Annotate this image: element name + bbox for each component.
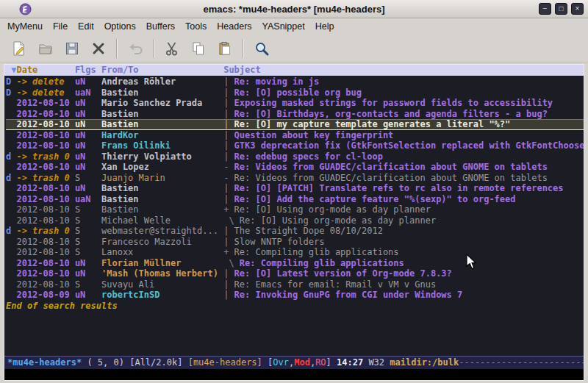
- thread-prefix: |: [223, 279, 229, 290]
- new-file-button[interactable]: [7, 37, 31, 60]
- message-flags: S: [75, 279, 96, 290]
- message-subject: Re: Emacs for email: Rmail v VM v Gnus: [234, 279, 437, 290]
- message-row[interactable]: d-> trash 0uNThierry Volpiatto|Re: edebu…: [6, 151, 584, 162]
- menu-help[interactable]: Help: [310, 20, 340, 33]
- message-row[interactable]: 2012-08-10uNBastien|Re: [O] my capture t…: [6, 119, 584, 130]
- message-from: 'Mash (Thomas Herbert): [101, 268, 218, 279]
- message-row[interactable]: 2012-08-10uNHardKor|Question about key f…: [6, 130, 584, 141]
- message-row[interactable]: d-> trash 0Swebmaster@straightd...|The S…: [6, 226, 584, 237]
- menu-yasnippet[interactable]: YASnippet: [257, 20, 310, 33]
- message-flags: S: [75, 215, 96, 226]
- paste-button[interactable]: [213, 37, 237, 60]
- magnifier-search-icon: [254, 40, 270, 57]
- message-date: 2012-08-10: [16, 215, 69, 226]
- message-from: Bastien: [101, 87, 218, 99]
- message-from: Bastien: [101, 183, 218, 194]
- copy-button[interactable]: [187, 37, 210, 60]
- message-row[interactable]: 2012-08-10SBastien+Re: [O] Using org-mod…: [6, 204, 584, 215]
- minibuffer[interactable]: [4, 369, 584, 380]
- message-flags: uN: [75, 268, 96, 279]
- open-file-button[interactable]: [34, 37, 57, 60]
- mark-char: d: [6, 173, 16, 184]
- message-from: Thierry Volpiatto: [101, 151, 218, 162]
- close-button[interactable]: ×: [571, 3, 584, 15]
- message-from: webmaster@straightd...: [101, 226, 218, 237]
- menu-edit[interactable]: Edit: [73, 20, 99, 33]
- title-bar[interactable]: emacs: *mu4e-headers* [mu4e-headers] − □…: [0, 0, 588, 18]
- column-header-date[interactable]: Date: [16, 65, 69, 76]
- mark-char: [6, 109, 16, 120]
- window-title: emacs: *mu4e-headers* [mu4e-headers]: [0, 4, 588, 15]
- message-row[interactable]: 2012-08-10uNBastien|Re: [O] Birthdays, o…: [6, 109, 584, 120]
- header-line: ▼ Date Flgs From/To Subject: [4, 65, 584, 76]
- message-date: 2012-08-10: [16, 279, 69, 290]
- thread-prefix: |: [223, 140, 229, 151]
- message-row[interactable]: D-> deleteuaNBastien|Re: [O] possible or…: [6, 87, 584, 99]
- message-row[interactable]: 2012-08-10uaNBastien|Re: [O] Add the cap…: [6, 194, 584, 205]
- mark-char: [6, 268, 16, 279]
- modeline-segment: ]: [326, 357, 337, 368]
- message-subject: Re: Videos from GUADEC/clarification abo…: [234, 173, 548, 184]
- modeline-segment: *mu4e-headers*: [7, 357, 82, 368]
- save-button[interactable]: [60, 37, 84, 60]
- message-from: Juanjo Marin: [101, 173, 218, 184]
- message-row[interactable]: 2012-08-10uNBastien|Re: [O] [PATCH] Tran…: [6, 183, 584, 194]
- message-flags: uN: [75, 183, 96, 194]
- column-header-from[interactable]: From/To: [101, 65, 218, 76]
- mark-char: [6, 247, 16, 258]
- search-button[interactable]: [250, 37, 273, 60]
- message-row[interactable]: 2012-08-10SSuvayu Ali|Re: Emacs for emai…: [6, 279, 584, 290]
- message-from: Andreas Röhler: [101, 76, 218, 87]
- thread-prefix: -: [223, 162, 229, 173]
- menu-file[interactable]: File: [48, 20, 73, 33]
- message-date: 2012-08-10: [16, 194, 69, 205]
- thread-prefix: +: [223, 247, 229, 258]
- tool-bar: [0, 35, 588, 62]
- modeline-segment: Ovr: [273, 357, 289, 368]
- message-from: Lanoxx: [101, 247, 218, 258]
- minimize-button[interactable]: −: [539, 3, 551, 15]
- toolbar-separator: [153, 39, 154, 58]
- message-row[interactable]: 2012-08-10SMichael Welle \Re: [O] Using …: [6, 215, 584, 226]
- message-subject: Re: [O] Using org-mode as day planner: [234, 204, 431, 215]
- message-flags: uN: [75, 98, 96, 109]
- message-date: 2012-08-10: [16, 204, 69, 215]
- column-header-subject[interactable]: Subject: [223, 65, 261, 76]
- message-row[interactable]: 2012-08-10uN'Mash (Thomas Herbert)|Re: […: [6, 268, 584, 279]
- message-flags: uaN: [75, 87, 96, 99]
- message-date: 2012-08-10: [16, 98, 69, 109]
- message-subject: Re: [O] Latest version of Org-mode 7.8.3…: [234, 268, 452, 279]
- menu-tools[interactable]: Tools: [180, 20, 212, 33]
- message-row[interactable]: D-> deleteuNAndreas Röhler|Re: moving in…: [6, 76, 584, 87]
- message-from: Florian Müllner: [101, 258, 218, 269]
- close-buffer-button[interactable]: [87, 37, 110, 60]
- menu-buffers[interactable]: Buffers: [141, 20, 180, 33]
- modeline-segment: Mod: [294, 357, 310, 368]
- mark-char: [6, 279, 16, 290]
- message-from: Mario Sanchez Prada: [101, 98, 218, 109]
- message-row[interactable]: 2012-08-10uNFlorian Müllner \Re: Compili…: [6, 258, 584, 269]
- mark-char: D: [6, 76, 16, 87]
- message-flags: uN: [75, 290, 96, 301]
- cut-button[interactable]: [160, 37, 184, 60]
- message-date: -> delete: [16, 87, 69, 99]
- sort-indicator-icon[interactable]: ▼: [6, 65, 16, 76]
- maximize-button[interactable]: □: [555, 3, 567, 15]
- menu-headers[interactable]: Headers: [212, 20, 257, 33]
- menu-options[interactable]: Options: [99, 20, 141, 33]
- message-row[interactable]: 2012-08-10SLanoxx+Re: Compiling glib app…: [6, 247, 584, 258]
- message-row[interactable]: 2012-08-10uNXan Lopez-Re: Videos from GU…: [6, 162, 584, 173]
- column-header-flags[interactable]: Flgs: [75, 65, 96, 76]
- message-flags: S: [75, 173, 96, 184]
- menu-mymenu[interactable]: MyMenu: [2, 20, 48, 33]
- undo-button[interactable]: [123, 37, 147, 60]
- message-row[interactable]: 2012-08-09uNrobertcInSD|Re: Invoking Gnu…: [6, 290, 584, 301]
- message-flags: uN: [75, 76, 96, 87]
- message-row[interactable]: d-> trash 0SJuanjo Marin-Re: Videos from…: [6, 173, 584, 184]
- message-row[interactable]: 2012-08-10uNMario Sanchez Prada|Exposing…: [6, 98, 584, 109]
- message-row[interactable]: 2012-08-10SFrancesco Mazzoli|Slow NNTP f…: [6, 237, 584, 248]
- message-row[interactable]: 2012-08-10uNFrans Oilinki|GTK3 deprecati…: [6, 140, 584, 151]
- message-from: Bastien: [101, 109, 218, 120]
- message-flags: uN: [75, 162, 96, 173]
- toolbar-separator: [243, 39, 244, 58]
